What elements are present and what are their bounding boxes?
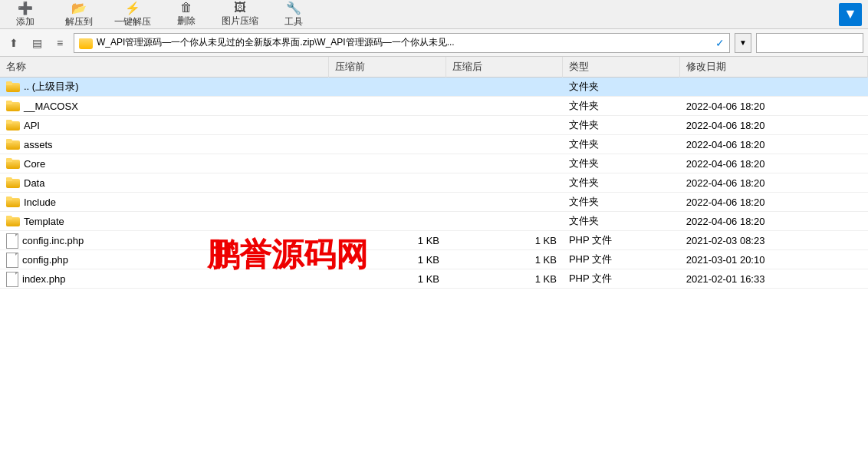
compressed-after-cell: 1 KB bbox=[446, 250, 563, 269]
header-compressed-after[interactable]: 压缩后 bbox=[446, 57, 563, 78]
table-row[interactable]: Include文件夹2022-04-06 18:20 bbox=[0, 193, 868, 212]
header-date[interactable]: 修改日期 bbox=[680, 57, 868, 78]
file-name-cell: __MACOSX bbox=[0, 97, 328, 116]
compressed-before-cell bbox=[328, 212, 446, 231]
file-name-label: Core bbox=[24, 158, 45, 170]
file-name-cell: Include bbox=[0, 193, 328, 212]
add-button[interactable]: ➕ 添加 bbox=[6, 1, 44, 28]
image-compress-icon: 🖼 bbox=[234, 1, 246, 15]
file-name-cell: assets bbox=[0, 135, 328, 154]
address-text: W_API管理源码—一个你从未见过的全新版本界面.zip\W_API管理源码—一… bbox=[97, 36, 712, 49]
add-icon: ➕ bbox=[18, 1, 33, 15]
header-compressed-before[interactable]: 压缩前 bbox=[328, 57, 446, 78]
tools-icon: 🔧 bbox=[286, 1, 301, 15]
file-name-label: config.inc.php bbox=[22, 235, 84, 246]
file-date-cell bbox=[680, 78, 868, 97]
table-row[interactable]: .. (上级目录)文件夹 bbox=[0, 78, 868, 97]
compressed-before-cell bbox=[328, 116, 446, 135]
file-icon bbox=[6, 233, 18, 247]
compressed-before-cell bbox=[328, 173, 446, 193]
image-compress-button[interactable]: 🖼 图片压缩 bbox=[221, 1, 259, 28]
file-name-cell: Core bbox=[0, 154, 328, 173]
compressed-after-cell bbox=[446, 116, 563, 135]
file-icon bbox=[6, 253, 18, 266]
table-row[interactable]: Template文件夹2022-04-06 18:20 bbox=[0, 212, 868, 231]
folder-icon bbox=[6, 101, 20, 111]
table-row[interactable]: config.inc.php1 KB1 KBPHP 文件2021-02-03 0… bbox=[0, 231, 868, 250]
folder-icon bbox=[6, 139, 20, 150]
file-date-cell: 2021-03-01 20:10 bbox=[680, 250, 868, 269]
compressed-after-cell: 1 KB bbox=[446, 269, 563, 289]
table-row[interactable]: API文件夹2022-04-06 18:20 bbox=[0, 116, 868, 135]
table-row[interactable]: index.php1 KB1 KBPHP 文件2021-02-01 16:33 bbox=[0, 269, 868, 289]
folder-icon bbox=[6, 120, 20, 130]
compressed-before-cell bbox=[328, 135, 446, 154]
compressed-before-cell: 1 KB bbox=[328, 250, 446, 269]
one-click-extract-button[interactable]: ⚡ 一键解压 bbox=[113, 1, 152, 28]
compressed-before-cell: 1 KB bbox=[328, 231, 446, 250]
folder-icon bbox=[6, 197, 20, 207]
table-row[interactable]: Data文件夹2022-04-06 18:20 bbox=[0, 173, 868, 193]
table-row[interactable]: assets文件夹2022-04-06 18:20 bbox=[0, 135, 868, 154]
file-name-cell: .. (上级目录) bbox=[0, 78, 328, 97]
folder-icon bbox=[6, 81, 20, 92]
app-icon: ▼ bbox=[839, 3, 862, 26]
file-date-cell: 2022-04-06 18:20 bbox=[680, 173, 868, 193]
file-type-cell: PHP 文件 bbox=[563, 269, 680, 289]
header-name[interactable]: 名称 bbox=[0, 57, 328, 78]
add-label: 添加 bbox=[16, 15, 35, 28]
image-compress-label: 图片压缩 bbox=[222, 15, 258, 28]
file-date-cell: 2022-04-06 18:20 bbox=[680, 193, 868, 212]
file-name-label: __MACOSX bbox=[24, 101, 78, 112]
compressed-after-cell bbox=[446, 154, 563, 173]
file-date-cell: 2022-04-06 18:20 bbox=[680, 116, 868, 135]
nav-up-button[interactable]: ⬆ bbox=[5, 34, 23, 52]
file-type-cell: 文件夹 bbox=[563, 78, 680, 97]
extract-to-button[interactable]: 📂 解压到 bbox=[60, 1, 98, 28]
delete-button[interactable]: 🗑 删除 bbox=[167, 1, 205, 28]
folder-icon bbox=[6, 177, 20, 188]
one-click-extract-icon: ⚡ bbox=[125, 1, 140, 15]
file-list-container[interactable]: 名称 压缩前 压缩后 类型 修改日期 .. (上级目录)文件夹__MACOSX文… bbox=[0, 57, 868, 289]
file-name-cell: config.php bbox=[0, 250, 328, 269]
address-display[interactable]: W_API管理源码—一个你从未见过的全新版本界面.zip\W_API管理源码—一… bbox=[74, 33, 730, 53]
file-type-cell: 文件夹 bbox=[563, 212, 680, 231]
file-name-label: Template bbox=[24, 216, 64, 227]
folder-icon bbox=[6, 158, 20, 169]
file-date-cell: 2022-04-06 18:20 bbox=[680, 212, 868, 231]
compressed-before-cell bbox=[328, 78, 446, 97]
compressed-before-cell bbox=[328, 97, 446, 116]
file-name-cell: Template bbox=[0, 212, 328, 231]
extract-to-icon: 📂 bbox=[71, 1, 87, 15]
search-input[interactable] bbox=[756, 33, 863, 53]
toolbar: ➕ 添加 📂 解压到 ⚡ 一键解压 🗑 删除 🖼 图片压缩 🔧 工具 ▼ bbox=[0, 0, 868, 29]
file-date-cell: 2021-02-03 08:23 bbox=[680, 231, 868, 250]
file-name-label: index.php bbox=[22, 273, 65, 285]
nav-detail-button[interactable]: ▤ bbox=[28, 34, 46, 52]
compressed-after-cell bbox=[446, 135, 563, 154]
folder-icon bbox=[79, 38, 93, 49]
tools-label: 工具 bbox=[284, 15, 303, 28]
table-row[interactable]: Core文件夹2022-04-06 18:20 bbox=[0, 154, 868, 173]
address-dropdown-button[interactable]: ▼ bbox=[735, 33, 751, 53]
address-bar: ⬆ ▤ ≡ W_API管理源码—一个你从未见过的全新版本界面.zip\W_API… bbox=[0, 29, 868, 57]
table-row[interactable]: config.php1 KB1 KBPHP 文件2021-03-01 20:10 bbox=[0, 250, 868, 269]
delete-icon: 🗑 bbox=[180, 1, 192, 15]
header-type[interactable]: 类型 bbox=[563, 57, 680, 78]
compressed-before-cell: 1 KB bbox=[328, 269, 446, 289]
file-type-cell: PHP 文件 bbox=[563, 231, 680, 250]
table-row[interactable]: __MACOSX文件夹2022-04-06 18:20 bbox=[0, 97, 868, 116]
compressed-after-cell bbox=[446, 212, 563, 231]
file-table-body: .. (上级目录)文件夹__MACOSX文件夹2022-04-06 18:20A… bbox=[0, 78, 868, 289]
file-name-cell: index.php bbox=[0, 269, 328, 289]
file-type-cell: 文件夹 bbox=[563, 154, 680, 173]
file-name-cell: config.inc.php bbox=[0, 231, 328, 250]
file-name-label: config.php bbox=[22, 254, 68, 266]
tools-button[interactable]: 🔧 工具 bbox=[275, 1, 313, 28]
file-list-area: 鹏誉源码网 名称 压缩前 压缩后 类型 修改日期 .. (上级目录)文件夹__M… bbox=[0, 57, 868, 469]
compressed-before-cell bbox=[328, 154, 446, 173]
file-type-cell: 文件夹 bbox=[563, 135, 680, 154]
compressed-after-cell bbox=[446, 193, 563, 212]
nav-list-button[interactable]: ≡ bbox=[51, 34, 69, 52]
file-name-label: Data bbox=[24, 177, 44, 189]
